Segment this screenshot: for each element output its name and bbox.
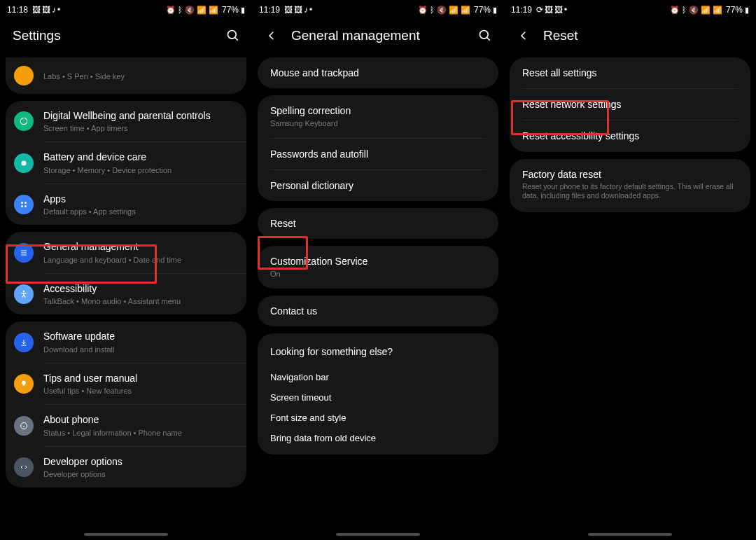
gm-footer-card: Looking for something else? Navigation b…	[258, 333, 498, 455]
row-battery[interactable]: Battery and device care Storage • Memory…	[6, 142, 246, 183]
row-factory-reset[interactable]: Factory data reset Reset your phone to i…	[510, 159, 750, 212]
row-contact-us[interactable]: Contact us	[258, 296, 498, 326]
nav-handle[interactable]	[336, 533, 420, 536]
battery-care-icon	[14, 153, 34, 173]
row-title: Mouse and trackpad	[270, 67, 486, 79]
dot-icon: •	[57, 5, 59, 15]
row-title: Reset	[270, 217, 486, 230]
picture2-icon: 🖼	[294, 5, 302, 15]
row-general-management[interactable]: General management Language and keyboard…	[6, 232, 246, 272]
row-reset[interactable]: Reset	[258, 208, 498, 239]
row-developer-options[interactable]: Developer options Developer options	[6, 447, 246, 487]
row-reset-all[interactable]: Reset all settings	[510, 57, 750, 88]
wellbeing-icon	[14, 111, 34, 131]
row-reset-accessibility[interactable]: Reset accessibility settings	[510, 120, 750, 151]
music-icon: ♪	[304, 5, 308, 15]
alarm-icon: ⏰	[670, 6, 680, 15]
footer-link-navigation-bar[interactable]: Navigation bar	[258, 367, 498, 387]
signal-icon: 📶	[209, 6, 218, 15]
dot-icon: •	[564, 5, 566, 15]
row-reset-network[interactable]: Reset network settings	[510, 89, 750, 120]
mute-icon: 🔇	[437, 6, 447, 15]
row-spelling[interactable]: Spelling correction Samsung Keyboard	[258, 95, 498, 137]
bluetooth-icon: ᛒ	[430, 6, 435, 14]
row-title: Apps	[43, 193, 234, 205]
search-icon[interactable]	[477, 28, 493, 43]
wifi-icon: 📶	[701, 6, 710, 15]
svg-point-7	[24, 205, 27, 207]
row-software-update[interactable]: Software update Download and install	[6, 321, 246, 362]
apps-icon	[14, 195, 34, 214]
page-title: General management	[291, 28, 465, 43]
status-bar: 11:18 🖼 🖼 ♪ • ⏰ ᛒ 🔇 📶 📶 77% ▮	[0, 0, 252, 18]
general-icon	[14, 243, 34, 263]
status-right: ⏰ ᛒ 🔇 📶 📶 77% ▮	[670, 5, 749, 15]
row-sub: Useful tips • New features	[43, 386, 234, 396]
row-title: Personal dictionary	[270, 179, 486, 192]
svg-point-5	[24, 202, 27, 204]
search-icon[interactable]	[225, 28, 241, 43]
row-title: General management	[43, 240, 234, 253]
row-wellbeing[interactable]: Digital Wellbeing and parental controls …	[6, 101, 246, 141]
row-dictionary[interactable]: Personal dictionary	[258, 170, 498, 201]
tips-icon	[14, 374, 34, 394]
footer-link-font-size[interactable]: Font size and style	[258, 408, 498, 428]
row-title: Software update	[43, 330, 234, 342]
row-tips[interactable]: Tips and user manual Useful tips • New f…	[6, 364, 246, 404]
svg-point-15	[480, 31, 489, 39]
svg-point-0	[228, 31, 237, 39]
wifi-icon: 📶	[197, 6, 206, 15]
mute-icon: 🔇	[185, 6, 195, 15]
row-title: Tips and user manual	[43, 372, 234, 385]
battery-text: 77%	[726, 5, 743, 15]
music-icon: ♪	[52, 5, 56, 15]
back-button[interactable]	[265, 29, 279, 43]
row-mouse-trackpad[interactable]: Mouse and trackpad	[258, 57, 498, 88]
footer-link-screen-timeout[interactable]: Screen timeout	[258, 387, 498, 408]
row-sub: Download and install	[43, 345, 234, 354]
signal-icon: 📶	[713, 6, 722, 15]
page-title: Settings	[13, 28, 213, 43]
picture-icon: 🖼	[32, 5, 41, 15]
footer-link-bring-data[interactable]: Bring data from old device	[258, 428, 498, 455]
sync-icon: ⟳	[536, 5, 543, 15]
row-title: Accessibility	[43, 282, 234, 295]
row-title: Digital Wellbeing and parental controls	[43, 109, 234, 122]
row-sub: Developer options	[43, 469, 234, 479]
row-title: About phone	[43, 413, 234, 426]
mute-icon: 🔇	[689, 6, 699, 15]
picture2-icon: 🖼	[42, 5, 50, 15]
gm-card-reset: Reset	[258, 208, 498, 239]
nav-handle[interactable]	[588, 533, 672, 536]
row-title: Battery and device care	[43, 151, 234, 163]
status-bar: 11:19 ⟳ 🖼 🖼 • ⏰ ᛒ 🔇 📶 📶 77% ▮	[504, 0, 756, 18]
svg-point-3	[22, 160, 27, 165]
row-sub: Samsung Keyboard	[270, 118, 486, 128]
reset-card-factory: Factory data reset Reset your phone to i…	[510, 159, 750, 212]
footer-heading: Looking for something else?	[258, 333, 498, 367]
svg-point-4	[21, 202, 23, 204]
advanced-icon	[14, 66, 34, 85]
row-advanced-partial[interactable]: Labs • S Pen • Side key	[6, 57, 246, 94]
nav-handle[interactable]	[84, 533, 168, 536]
svg-point-2	[20, 118, 27, 125]
row-sub: Default apps • App settings	[43, 207, 234, 216]
row-sub: Reset your phone to its factory default …	[522, 182, 738, 201]
screen-general-management: 11:19 🖼 🖼 ♪ • ⏰ ᛒ 🔇 📶 📶 77% ▮ General ma…	[252, 0, 504, 540]
row-about-phone[interactable]: About phone Status • Legal information •…	[6, 405, 246, 445]
back-button[interactable]	[517, 29, 531, 43]
signal-icon: 📶	[461, 6, 470, 15]
row-sub: On	[270, 269, 486, 279]
status-right: ⏰ ᛒ 🔇 📶 📶 77% ▮	[166, 5, 245, 15]
row-title: Passwords and autofill	[270, 148, 486, 160]
status-bar: 11:19 🖼 🖼 ♪ • ⏰ ᛒ 🔇 📶 📶 77% ▮	[252, 0, 504, 18]
settings-card-general: General management Language and keyboard…	[6, 232, 246, 314]
battery-icon: ▮	[493, 6, 497, 15]
row-title: Reset network settings	[522, 98, 738, 111]
settings-card-software: Software update Download and install Tip…	[6, 321, 246, 487]
row-customization[interactable]: Customization Service On	[258, 246, 498, 288]
row-passwords[interactable]: Passwords and autofill	[258, 139, 498, 169]
row-apps[interactable]: Apps Default apps • App settings	[6, 184, 246, 225]
row-title: Developer options	[43, 455, 234, 468]
row-accessibility[interactable]: Accessibility TalkBack • Mono audio • As…	[6, 274, 246, 314]
